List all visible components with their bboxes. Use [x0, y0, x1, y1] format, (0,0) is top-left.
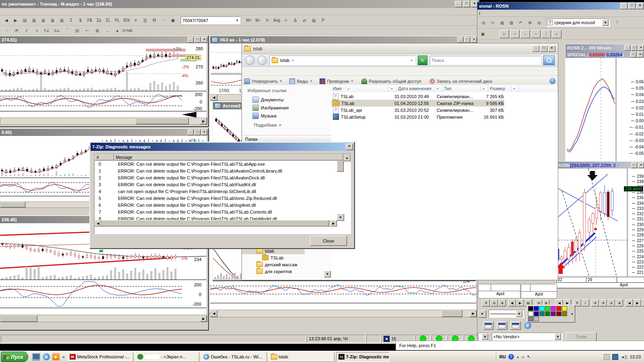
symbol-combobox[interactable]: 70047/70047 ▼: [181, 16, 240, 24]
rosn300-titlebar[interactable]: ROSN 2... 300 Minute _ □ ×: [566, 44, 644, 51]
close-button[interactable]: ×: [638, 45, 644, 51]
oscillator-pane[interactable]: 200 0 -200: [0, 91, 206, 111]
toolbar-icon[interactable]: $: [76, 16, 85, 25]
chevron-down-icon[interactable]: ▼: [351, 80, 353, 82]
tray-expand-icon[interactable]: ▲: [516, 355, 520, 359]
next-icon[interactable]: ▶: [634, 299, 641, 306]
menu-item[interactable]: [501, 12, 508, 14]
views-button[interactable]: Виды: [297, 79, 308, 84]
filter-dropdown-icon[interactable]: ▼: [481, 86, 486, 92]
restore-button[interactable]: □: [630, 52, 636, 58]
toolbar-icon[interactable]: ▥: [39, 16, 48, 25]
chart1-titlebar[interactable]: 274.01) _ □ ×: [0, 36, 208, 43]
menu-item[interactable]: [488, 12, 495, 14]
chart1-hscrollbar[interactable]: ▶: [0, 117, 207, 125]
close-button[interactable]: ×: [201, 130, 207, 135]
indicator-combobox[interactable]: f среднии для eurusd ▼: [546, 19, 610, 27]
list-scroll-down-button[interactable]: ▼: [337, 214, 344, 221]
menu-item-cut[interactable]: t: [477, 10, 482, 16]
search-input[interactable]: [430, 56, 541, 65]
toolbar-icon[interactable]: ΣL: [103, 16, 113, 25]
color-swatch[interactable]: [556, 306, 561, 311]
toolbar-icon[interactable]: ≡: [32, 27, 42, 34]
toolbar-icon[interactable]: Avg: [272, 16, 281, 25]
toolbar-icon[interactable]: ◎: [479, 19, 488, 27]
minimize-button[interactable]: _: [620, 3, 627, 9]
quicklaunch-ie-icon[interactable]: e: [43, 353, 50, 360]
window-layout-button[interactable]: [497, 321, 507, 330]
pan-icon[interactable]: ✛: [482, 299, 490, 306]
scroll-thumb[interactable]: [101, 220, 329, 226]
toolbar-icon[interactable]: ✂: [488, 19, 497, 27]
menu-item[interactable]: [0, 11, 6, 12]
sidebar-item-music[interactable]: Музыка: [242, 112, 331, 119]
prev-icon[interactable]: ◀: [625, 299, 633, 306]
toolbar-icon[interactable]: ≈: [281, 16, 291, 25]
toolbar-icon[interactable]: ▶: [11, 16, 20, 25]
toolbar-icon[interactable]: →: [102, 27, 112, 34]
menu-item[interactable]: [242, 70, 248, 72]
ie-icon[interactable]: e: [524, 322, 531, 329]
toolbar-icon[interactable]: ⊢: [82, 27, 92, 34]
message-list[interactable]: # Message ▲ 0ERROR: Can not delete outpu…: [94, 154, 351, 234]
search-button[interactable]: [543, 56, 555, 65]
maximize-button[interactable]: □: [628, 3, 636, 9]
color-swatch[interactable]: [539, 306, 545, 311]
quicklaunch-overflow-chevron[interactable]: »: [62, 354, 64, 359]
color-swatch[interactable]: [556, 311, 561, 316]
toolbar-icon[interactable]: −: [159, 16, 168, 25]
window-layout-button[interactable]: [510, 321, 521, 330]
metastock-titlebar[interactable]: sional - ROSN _ □ ×: [477, 2, 644, 10]
toolbar-icon[interactable]: S∠: [52, 27, 62, 34]
maximize-button[interactable]: □: [194, 37, 200, 43]
tray-help-icon[interactable]: ?: [508, 354, 514, 360]
chevron-down-icon[interactable]: ▼: [602, 19, 609, 26]
vendor-combobox[interactable]: <No Vendor> ▼: [492, 333, 563, 341]
toolbar-icon[interactable]: ▥: [57, 16, 66, 25]
message-row[interactable]: 7ERROR: Can not delete output file C:\Pr…: [95, 208, 337, 215]
back-button[interactable]: [245, 56, 255, 65]
chart2-titlebar[interactable]: 0.60) _ □ ×: [0, 129, 208, 136]
close-button[interactable]: ×: [471, 37, 477, 43]
task-explorer-tslab[interactable]: tslab: [268, 352, 334, 362]
info-icon[interactable]: I: [582, 299, 589, 306]
task-transaq[interactable]: - <Экран п...: [135, 352, 199, 362]
toolbar-icon[interactable]: ▥: [507, 19, 516, 27]
message-row[interactable]: 5ERROR: Can not delete output file C:\Pr…: [95, 195, 337, 202]
chevron-down-icon[interactable]: ▼: [310, 80, 312, 82]
prev-icon[interactable]: ◀: [508, 299, 516, 306]
column-header-name[interactable]: Имя ▲ ▼: [331, 85, 396, 92]
tray-collapse-chevron[interactable]: «: [522, 354, 524, 359]
toolbar-icon[interactable]: │: [541, 30, 551, 38]
toolbar-icon[interactable]: ↻: [263, 16, 272, 25]
toolbar-icon[interactable]: ▥: [92, 27, 102, 34]
maximize-button[interactable]: □: [463, 1, 470, 7]
color-swatch[interactable]: [562, 306, 567, 311]
toolbar-icon[interactable]: ≡: [131, 16, 140, 25]
toolbar-icon[interactable]: M−: [254, 16, 263, 25]
vscroll-thumb[interactable]: [337, 160, 344, 172]
toolbar-icon[interactable]: Σp: [94, 16, 103, 25]
file-row-selected[interactable]: TSLab 01.04.2010 12:55 Сжатая ZIP-папка …: [331, 100, 504, 107]
menu-item[interactable]: [39, 11, 45, 12]
settings-icon[interactable]: ▣: [478, 30, 487, 38]
color-swatch[interactable]: [534, 311, 539, 316]
zoom-out-icon[interactable]: ⊖: [607, 299, 615, 306]
tray-icon-1[interactable]: [604, 354, 610, 360]
filter-dropdown-icon[interactable]: ▼: [435, 86, 440, 92]
menu-item[interactable]: [13, 11, 19, 12]
color-swatch[interactable]: [545, 311, 550, 316]
scroll-right-button[interactable]: ▶: [330, 220, 337, 226]
toolbar-icon[interactable]: P: [318, 16, 328, 25]
uaz-bottom-hscrollbar[interactable]: ◀ ▶: [210, 310, 477, 317]
sevenzip-titlebar[interactable]: 7-Zip: Diagnostic messages ×: [91, 143, 354, 151]
toolbar-icon[interactable]: ⌒: [62, 27, 72, 34]
transaq-titlebar[interactable]: по умолчанию> - Transaq - М.видео - 1 ча…: [0, 0, 479, 8]
toolbar-icon[interactable]: +: [510, 30, 520, 38]
toolbar-icon[interactable]: ⊕: [525, 19, 535, 27]
toolbar-icon[interactable]: Δ: [291, 16, 300, 25]
color-swatch[interactable]: [528, 306, 533, 311]
scroll-right-button[interactable]: ▶: [470, 310, 477, 317]
toolbar-icon[interactable]: ▲: [112, 27, 122, 34]
toolbar-icon[interactable]: |||: [140, 16, 150, 25]
